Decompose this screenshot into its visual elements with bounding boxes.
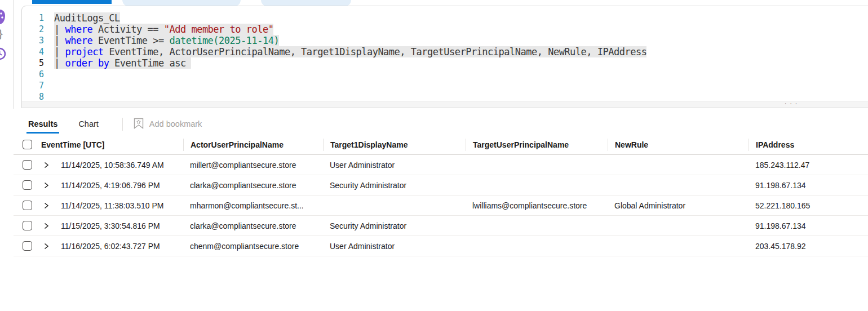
row-checkbox-cell — [14, 221, 36, 230]
row-checkbox[interactable] — [23, 201, 32, 210]
column-header-actor[interactable]: ActorUserPrincipalName — [183, 139, 323, 151]
table-header-row: EventTime [UTC] ActorUserPrincipalName T… — [14, 135, 868, 155]
cell-eventtime: 11/14/2025, 11:38:03.510 PM — [56, 201, 183, 210]
table-row[interactable]: 11/14/2025, 4:19:06.796 PMclarka@complia… — [14, 175, 868, 196]
expand-row-chevron-icon[interactable] — [36, 162, 56, 168]
cell-ipaddress: 91.198.67.134 — [749, 221, 868, 230]
line-number: 3 — [22, 35, 44, 46]
cell-actor: millert@compliantsecure.store — [183, 161, 323, 170]
expand-row-chevron-icon[interactable] — [36, 243, 56, 250]
cell-ipaddress: 52.221.180.165 — [749, 201, 868, 210]
row-checkbox[interactable] — [23, 180, 32, 190]
code-line[interactable]: 7 — [22, 80, 868, 91]
tab-chart[interactable]: Chart — [78, 113, 98, 135]
history-clock-icon[interactable] — [0, 47, 6, 63]
query-editor[interactable]: 1AuditLogs_CL2| where Activity == "Add m… — [21, 6, 868, 108]
code-lines[interactable]: 1AuditLogs_CL2| where Activity == "Add m… — [22, 6, 868, 102]
bookmark-icon — [134, 118, 144, 131]
results-table: EventTime [UTC] ActorUserPrincipalName T… — [14, 135, 868, 256]
row-checkbox[interactable] — [23, 221, 32, 230]
add-bookmark-button[interactable]: Add bookmark — [134, 118, 202, 131]
hub-icon[interactable] — [0, 9, 6, 27]
tabbar-divider — [122, 118, 123, 131]
code-line[interactable]: 1AuditLogs_CL — [22, 12, 868, 24]
cell-eventtime: 11/16/2025, 6:02:43.727 PM — [56, 242, 183, 251]
cell-eventtime: 11/15/2025, 3:30:54.816 PM — [56, 221, 183, 230]
code-text[interactable]: | project EventTime, ActorUserPrincipalN… — [54, 46, 646, 57]
line-number: 1 — [22, 12, 44, 24]
code-line[interactable]: 8 — [22, 91, 868, 102]
braces-icon[interactable]: } — [0, 27, 4, 41]
column-header-targetuserprincipalname[interactable]: TargetUserPrincipalName — [466, 139, 608, 151]
left-rail: } — [0, 0, 14, 109]
line-number: 6 — [22, 69, 44, 80]
row-checkbox-cell — [14, 241, 36, 251]
cell-ipaddress: 91.198.67.134 — [749, 181, 868, 190]
cell-target1displayname: Security Administrator — [323, 221, 466, 230]
code-line[interactable]: 4| project EventTime, ActorUserPrincipal… — [22, 46, 868, 57]
expand-row-chevron-icon[interactable] — [36, 182, 56, 189]
tab-results-label: Results — [28, 119, 57, 128]
expand-row-chevron-icon[interactable] — [36, 223, 56, 229]
line-number: 2 — [22, 24, 44, 35]
column-header-newrule[interactable]: NewRule — [608, 139, 749, 151]
code-text[interactable]: | where Activity == "Add member to role" — [54, 24, 273, 35]
row-checkbox[interactable] — [23, 241, 32, 251]
code-text[interactable]: AuditLogs_CL — [54, 12, 120, 24]
tab-chart-label: Chart — [78, 119, 98, 128]
editor-bottom-strip: ... — [22, 101, 868, 108]
column-header-eventtime[interactable]: EventTime [UTC] — [36, 139, 183, 151]
code-line[interactable]: 5| order by EventTime asc — [22, 57, 868, 69]
cell-target1displayname: Security Administrator — [323, 181, 466, 190]
table-row[interactable]: 11/14/2025, 11:38:03.510 PMmharmon@compl… — [14, 196, 868, 216]
active-query-tab-underline[interactable] — [32, 0, 112, 4]
line-number: 8 — [22, 91, 44, 102]
cell-actor: clarka@compliantsecure.store — [183, 181, 323, 190]
row-checkbox-cell — [14, 160, 36, 170]
editor-resize-handle[interactable]: ... — [784, 100, 800, 105]
cell-ipaddress: 185.243.112.47 — [749, 161, 868, 170]
cell-target1displayname: User Administrator — [323, 161, 466, 170]
table-row[interactable]: 11/14/2025, 10:58:36.749 AMmillert@compl… — [14, 155, 868, 175]
line-number: 4 — [22, 46, 44, 57]
cell-targetuserprincipalname: lwilliams@compliantsecure.store — [466, 201, 608, 210]
code-line[interactable]: 2| where Activity == "Add member to role… — [22, 24, 868, 35]
results-table-body: 11/14/2025, 10:58:36.749 AMmillert@compl… — [14, 155, 868, 256]
row-checkbox[interactable] — [23, 160, 32, 170]
table-row[interactable]: 11/16/2025, 6:02:43.727 PMchenm@complian… — [14, 236, 868, 256]
cell-actor: clarka@compliantsecure.store — [183, 221, 323, 230]
results-tabbar: Results Chart Add bookmark — [14, 113, 868, 136]
code-line[interactable]: 6 — [22, 69, 868, 80]
expand-row-chevron-icon[interactable] — [36, 202, 56, 209]
column-header-target1displayname[interactable]: Target1DisplayName — [323, 139, 466, 151]
tab-results[interactable]: Results — [28, 113, 57, 135]
cell-ipaddress: 203.45.178.92 — [749, 242, 868, 251]
cell-actor: chenm@compliantsecure.store — [183, 242, 323, 251]
cell-newrule: Global Administrator — [608, 201, 749, 210]
table-row[interactable]: 11/15/2025, 3:30:54.816 PMclarka@complia… — [14, 216, 868, 236]
column-header-ipaddress[interactable]: IPAddress — [749, 139, 868, 151]
code-line[interactable]: 3| where EventTime >= datetime(2025-11-1… — [22, 35, 868, 46]
code-text[interactable]: | where EventTime >= datetime(2025-11-14… — [54, 35, 279, 46]
cell-eventtime: 11/14/2025, 10:58:36.749 AM — [56, 161, 183, 170]
row-checkbox-cell — [14, 201, 36, 210]
select-all-cell — [14, 140, 36, 149]
add-bookmark-label: Add bookmark — [149, 119, 202, 128]
cell-eventtime: 11/14/2025, 4:19:06.796 PM — [56, 181, 183, 190]
select-all-checkbox[interactable] — [23, 140, 32, 149]
cell-target1displayname: User Administrator — [323, 242, 466, 251]
code-text[interactable]: | order by EventTime asc — [54, 57, 191, 69]
line-number: 7 — [22, 80, 44, 91]
row-checkbox-cell — [14, 180, 36, 190]
line-number: 5 — [22, 57, 44, 69]
cell-actor: mharmon@compliantsecure.st... — [183, 201, 323, 210]
